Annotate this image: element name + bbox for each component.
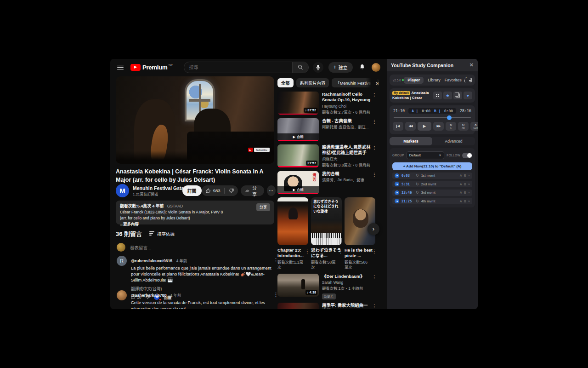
video-menu-icon[interactable]: ⋮ [372,92,377,98]
video-info[interactable]: 合輯 - 古典音樂 阿斯托爾·皮亞佐拉、劉江濱、Jiri Barta... [322,118,371,141]
delete-marker-button[interactable]: × [468,183,470,186]
video-menu-icon[interactable]: ⋮ [372,119,377,124]
set-b-button[interactable]: B [464,183,466,186]
chip-series[interactable]: 系列影片內容 [296,78,329,87]
jump-icon[interactable]: |◀ [395,182,399,186]
short-item[interactable]: 思わず泣きそうになるほどきれいな旋律 思わず泣きそうになる... 觀看次數:58… [311,197,342,270]
short-thumbnail[interactable] [277,197,308,245]
marker-time[interactable]: 13:46 [401,190,413,195]
related-video[interactable]: 趙季平: 喬家大院組曲一遠情 Yiu Kwong Chung: Marimba … [277,303,377,309]
dislike-button[interactable] [225,188,238,193]
youtube-premium-logo[interactable]: ▶ Premium TW [130,64,173,71]
related-video[interactable]: ♪ 37:52 Rachmaninoff Cello Sonata Op.19,… [277,92,377,115]
seek-slider[interactable] [390,115,475,119]
slider-track[interactable] [394,117,471,118]
comment-composer[interactable]: 發表留言... [117,243,273,252]
short-menu-icon[interactable]: ⋮ [305,249,310,254]
marker-time[interactable]: 21:25 [401,199,413,203]
short-item[interactable]: Chapter 23: Introductio... 觀看次數:1.1萬次 [277,197,308,270]
video-info[interactable]: 趙季平: 喬家大院組曲一遠情 Yiu Kwong Chung: Marimba … [322,303,371,309]
play-button[interactable]: ▶ [418,122,431,131]
more-actions-button[interactable]: ⋯ [267,185,276,196]
marker-time[interactable]: 0:03 [401,173,413,178]
picture-in-picture-icon[interactable] [470,78,472,82]
sort-button[interactable]: 排序依據 [149,230,175,237]
voice-search-button[interactable] [313,62,323,73]
video-menu-icon[interactable]: ⋮ [372,304,377,309]
branding-watermark[interactable]: ▶ Subscribe [248,148,270,152]
subtab-advanced[interactable]: Advanced [432,137,475,145]
composer-placeholder[interactable]: 發表留言... [130,244,151,251]
search-input[interactable] [184,62,292,73]
notifications-button[interactable] [359,64,365,70]
comment-handle[interactable]: @rubensfalcucci9315 [131,259,172,263]
commenter-avatar[interactable] [117,290,127,300]
show-more-link[interactable]: ...更多內容 [120,221,270,227]
close-icon[interactable]: ✕ [469,62,474,68]
delete-marker-button[interactable]: × [468,191,470,194]
expand-button[interactable] [433,92,442,99]
hamburger-menu-icon[interactable] [117,65,124,70]
tab-player[interactable]: Player [404,77,424,84]
short-thumbnail[interactable] [345,197,375,245]
create-button[interactable]: + 建立 [328,62,353,73]
description-box[interactable]: 觀看次數:5.4萬次 4 年前 GSTAAD César Franck (182… [116,201,274,224]
video-info[interactable]: 《Der Lindenbaum》 Sarah Wang 觀看次數:1次・1 小時… [322,274,371,300]
follow-toggle[interactable] [462,153,472,158]
tab-library[interactable]: Library [428,78,441,82]
video-menu-icon[interactable]: ⋮ [372,145,377,150]
group-select[interactable]: Default ▼ [407,151,445,159]
chip-all[interactable]: 全部 [277,78,294,87]
video-info[interactable]: Rachmaninoff Cello Sonata Op.19, Hayoung… [322,92,371,115]
previous-button[interactable]: ◀ [393,122,403,131]
set-a-button[interactable]: A [460,191,462,194]
video-thumbnail[interactable]: 21:57 [277,144,319,167]
subtab-markers[interactable]: Markers [390,137,432,145]
loop-icon[interactable]: ↻ [416,190,419,195]
short-menu-icon[interactable]: ⋮ [372,249,377,254]
copy-button[interactable] [453,92,462,99]
chips-scroll-arrow[interactable]: › [366,78,378,88]
marker-time[interactable]: 5:31 [401,182,413,186]
video-player[interactable]: ▶ Subscribe [116,76,274,164]
set-b-button[interactable]: B [464,191,466,194]
set-a-button[interactable]: A [460,200,462,203]
subscribe-button[interactable]: 訂閱 [182,185,202,196]
commenter-avatar[interactable]: R [117,256,127,266]
rewind-button[interactable]: ◀◀ [405,122,416,131]
description-share-chip[interactable]: 分享 [256,203,270,211]
marker-label[interactable]: 1st mvmt [421,173,458,178]
loop-icon[interactable]: ↻ [416,199,419,203]
marker-label[interactable]: 4th mvmt [421,199,458,203]
comment-handle[interactable]: @asherbarkai6780 [131,293,167,298]
video-thumbnail[interactable]: ♪ 37:52 [277,92,319,115]
forward-button[interactable]: ▶▶ [433,122,444,131]
search-button[interactable] [292,62,308,73]
add-marker-button[interactable]: + Add Now(21:10) to "Default" (A) [392,162,472,170]
delete-marker-button[interactable]: × [468,174,470,177]
external-link-icon[interactable] [464,78,466,82]
tab-favorites[interactable]: Favorites [445,78,462,82]
related-video[interactable]: 21:57 路過救邋遢老人,竟是武林神話!從此踏上絕世高手之路!.. 飛龍在天 … [277,144,377,168]
video-thumbnail[interactable]: ♪ 4:38 [277,274,319,297]
video-menu-icon[interactable]: ⋮ [372,275,377,280]
loop-icon[interactable]: ↻ [416,182,419,186]
short-thumbnail[interactable]: 思わず泣きそうになるほどきれいな旋律 [311,197,342,245]
delete-marker-button[interactable]: × [468,200,470,203]
video-info[interactable]: 我的合輯 張清芳、Jiri Barta、愛德華·艾爾加和其... [322,171,371,194]
jump-icon[interactable]: |◀ [395,199,399,203]
loop-ab-button[interactable]: ↻AB [458,122,469,131]
location-tag[interactable]: GSTAAD [167,204,183,208]
channel-avatar[interactable]: M [116,184,129,197]
slider-thumb[interactable] [447,115,452,120]
jump-icon[interactable]: |◀ [395,190,399,195]
set-a-button[interactable]: A [460,174,462,177]
share-button[interactable]: 分享 [241,185,264,196]
star-button[interactable]: ★ [443,92,452,99]
video-thumbnail[interactable] [277,303,319,309]
shorts-scroll-arrow[interactable]: › [368,223,379,235]
marker-label[interactable]: 3rd mvmt [421,190,458,195]
related-video[interactable]: ♪ 4:38 《Der Lindenbaum》 Sarah Wang 觀看次數:… [277,274,377,300]
account-avatar[interactable] [372,63,380,72]
video-info[interactable]: 路過救邋遢老人,竟是武林神話!從此踏上絕世高手之路!.. 飛龍在天 觀看次數:3… [322,144,371,168]
